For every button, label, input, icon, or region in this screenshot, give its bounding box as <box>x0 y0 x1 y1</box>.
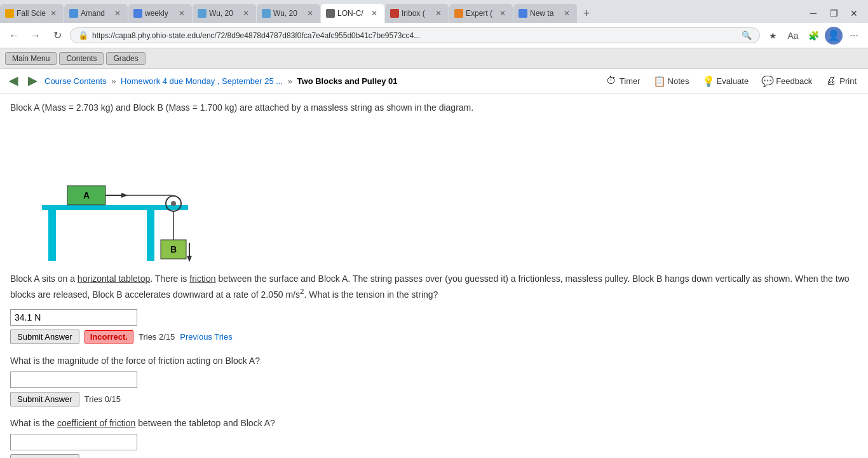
grades-button[interactable]: Grades <box>106 52 145 65</box>
window-controls: ─ ❐ ✕ <box>804 4 868 22</box>
q1-tries: Tries 2/15 <box>139 332 175 342</box>
q3-answer-input[interactable] <box>10 434 137 450</box>
tab-wu2[interactable]: Wu, 20 ✕ <box>257 4 320 23</box>
print-icon: 🖨 <box>825 74 837 87</box>
main-menu-button[interactable]: Main Menu <box>5 52 57 65</box>
tab-label: weekly <box>145 9 174 18</box>
q1-answer-row: Submit Answer Incorrect. Tries 2/15 Prev… <box>10 330 858 344</box>
tab-bar: Fall Scie ✕ Amand ✕ weekly ✕ Wu, 20 ✕ Wu… <box>0 0 868 23</box>
svg-text:B: B <box>170 244 177 254</box>
diagram-container: A B <box>23 122 858 262</box>
feedback-label: Feedback <box>776 76 812 86</box>
browser-toolbar: ★ Aa 🧩 👤 ⋯ <box>764 27 863 45</box>
tab-close[interactable]: ✕ <box>112 9 123 18</box>
svg-marker-14 <box>187 256 192 262</box>
q2-answer-input[interactable] <box>10 371 137 388</box>
svg-text:A: A <box>83 190 90 200</box>
svg-rect-1 <box>48 210 56 261</box>
q3-answer-row: Submit Answer Tries 0/15 <box>10 454 858 458</box>
reload-button[interactable]: ↻ <box>48 27 66 45</box>
svg-point-9 <box>171 201 176 206</box>
q1-submit-button[interactable]: Submit Answer <box>10 330 79 344</box>
url-bar[interactable]: 🔒 https://capa8.phy.ohio-state.edu/enc/7… <box>70 27 760 43</box>
contents-button[interactable]: Contents <box>59 52 104 65</box>
tab-favicon <box>5 9 14 18</box>
problem-narrative: Block A sits on a horizontal tabletop. T… <box>10 272 858 302</box>
print-button[interactable]: 🖨 Print <box>820 73 862 89</box>
tab-label: Inbox ( <box>402 9 431 18</box>
tab-close[interactable]: ✕ <box>498 9 508 18</box>
tab-lon-c[interactable]: LON-C/ ✕ <box>321 4 384 23</box>
tab-label: Wu, 20 <box>273 9 302 18</box>
breadcrumb-homework[interactable]: Homework 4 due Monday , September 25 ... <box>121 76 283 86</box>
print-label: Print <box>839 76 857 86</box>
physics-diagram: A B <box>23 122 226 262</box>
tab-label: Fall Scie <box>17 9 46 18</box>
tab-favicon <box>454 9 463 18</box>
tab-label: Wu, 20 <box>209 9 238 18</box>
forward-button[interactable]: → <box>27 27 44 45</box>
tab-favicon <box>519 9 527 18</box>
timer-button[interactable]: ⏱ Timer <box>600 73 646 89</box>
menu-icon[interactable]: ⋯ <box>845 27 863 45</box>
breadcrumb-current: Two Blocks and Pulley 01 <box>297 76 398 86</box>
bookmark-icon[interactable]: ★ <box>764 27 782 45</box>
tab-close[interactable]: ✕ <box>177 9 187 18</box>
tab-close[interactable]: ✕ <box>562 9 572 18</box>
q1-answer-input[interactable] <box>10 309 137 326</box>
tab-close[interactable]: ✕ <box>48 9 58 18</box>
tab-label: New ta <box>530 9 559 18</box>
breadcrumb: Course Contents » Homework 4 due Monday … <box>44 76 595 86</box>
tab-amand[interactable]: Amand ✕ <box>64 4 128 23</box>
evaluate-button[interactable]: 💡 Evaluate <box>697 73 754 89</box>
back-button[interactable]: ← <box>5 27 23 45</box>
next-problem-button[interactable]: ▶ <box>25 73 39 89</box>
tab-label: Amand <box>81 9 110 18</box>
q3-submit-button[interactable]: Submit Answer <box>10 454 79 458</box>
extension-icon[interactable]: 🧩 <box>804 27 822 45</box>
q1-incorrect-badge: Incorrect. <box>85 330 133 344</box>
q1-prev-tries-link[interactable]: Previous Tries <box>180 332 232 342</box>
svg-rect-2 <box>147 210 154 261</box>
tab-close[interactable]: ✕ <box>433 9 444 18</box>
tab-favicon <box>326 9 335 18</box>
tab-new-ta[interactable]: New ta ✕ <box>513 4 577 23</box>
minimize-button[interactable]: ─ <box>804 4 822 22</box>
q2-answer-row: Submit Answer Tries 0/15 <box>10 392 858 406</box>
q3-question-text: What is the coefficient of friction betw… <box>10 417 858 430</box>
restore-button[interactable]: ❐ <box>825 4 843 22</box>
tab-expert[interactable]: Expert ( ✕ <box>449 4 513 23</box>
profile-icon[interactable]: 👤 <box>825 27 843 45</box>
content-toolbar: ◀ ▶ Course Contents » Homework 4 due Mon… <box>0 69 868 94</box>
tab-weekly[interactable]: weekly ✕ <box>128 4 192 23</box>
toolbar-actions: ⏱ Timer 📋 Notes 💡 Evaluate 💬 Feedback <box>600 73 862 89</box>
tab-favicon <box>390 9 399 18</box>
tab-close[interactable]: ✕ <box>305 9 315 18</box>
content-area: ◀ ▶ Course Contents » Homework 4 due Mon… <box>0 69 868 458</box>
tab-wu1[interactable]: Wu, 20 ✕ <box>193 4 256 23</box>
timer-icon: ⏱ <box>605 74 618 87</box>
prev-problem-button[interactable]: ◀ <box>6 73 20 89</box>
problem-description: Block A (Mass = 2.703 kg) and Block B (M… <box>10 101 858 114</box>
notes-label: Notes <box>668 76 689 86</box>
breadcrumb-course-contents[interactable]: Course Contents <box>44 76 107 86</box>
tab-inbox[interactable]: Inbox ( ✕ <box>385 4 449 23</box>
tab-fall-scie[interactable]: Fall Scie ✕ <box>0 4 64 23</box>
tab-close[interactable]: ✕ <box>369 9 379 18</box>
question-1-block: Submit Answer Incorrect. Tries 2/15 Prev… <box>10 309 858 344</box>
lock-icon: 🔒 <box>78 31 88 40</box>
notes-button[interactable]: 📋 Notes <box>648 73 695 89</box>
breadcrumb-sep1: » <box>111 76 118 86</box>
question-2-block: What is the magnitude of the force of fr… <box>10 354 858 406</box>
browser-window: Fall Scie ✕ Amand ✕ weekly ✕ Wu, 20 ✕ Wu… <box>0 0 868 458</box>
close-window-button[interactable]: ✕ <box>845 4 863 22</box>
q2-submit-button[interactable]: Submit Answer <box>10 392 79 406</box>
feedback-button[interactable]: 💬 Feedback <box>756 73 817 89</box>
reader-icon[interactable]: Aa <box>784 27 802 45</box>
tab-favicon <box>133 9 142 18</box>
new-tab-button[interactable]: + <box>578 4 595 22</box>
search-icon: 🔍 <box>742 31 752 40</box>
url-text: https://capa8.phy.ohio-state.edu/enc/72/… <box>92 31 738 40</box>
tab-close[interactable]: ✕ <box>241 9 251 18</box>
tab-favicon <box>69 9 78 18</box>
